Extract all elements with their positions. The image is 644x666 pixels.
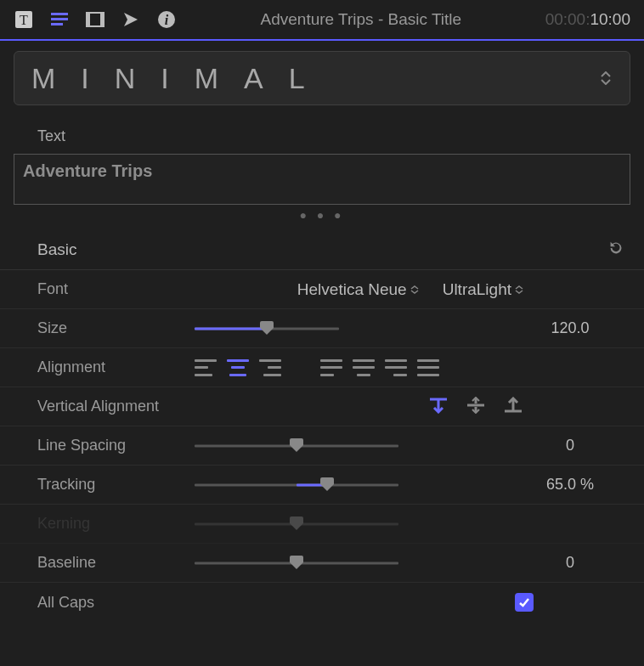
tracking-label: Tracking: [37, 476, 195, 494]
font-label: Font: [37, 280, 195, 298]
align-left-icon[interactable]: [195, 359, 217, 376]
alignment-row: Alignment: [0, 348, 644, 387]
all-caps-label: All Caps: [37, 594, 195, 612]
valign-bottom-icon[interactable]: [503, 397, 523, 417]
svg-text:i: i: [165, 13, 169, 27]
svg-rect-3: [51, 18, 68, 20]
share-icon[interactable]: [121, 9, 141, 30]
font-weight-dropdown[interactable]: UltraLight: [443, 280, 523, 299]
font-row: Font Helvetica Neue UltraLight: [0, 270, 644, 309]
vertical-alignment-label: Vertical Alignment: [37, 398, 195, 415]
valign-top-icon[interactable]: [428, 397, 449, 417]
chevron-updown-icon: [410, 285, 419, 294]
paragraph-icon[interactable]: [49, 9, 70, 30]
video-icon[interactable]: [85, 9, 105, 30]
alignment-label: Alignment: [37, 358, 195, 376]
chevron-updown-icon: [599, 70, 613, 87]
line-spacing-value[interactable]: 0: [515, 437, 625, 454]
valign-middle-icon[interactable]: [466, 397, 486, 417]
all-caps-row: All Caps: [0, 583, 644, 622]
size-value[interactable]: 120.0: [515, 319, 625, 337]
all-caps-checkbox[interactable]: [515, 593, 534, 612]
info-icon[interactable]: i: [156, 9, 177, 30]
size-label: Size: [37, 319, 195, 337]
baseline-value[interactable]: 0: [515, 554, 625, 572]
svg-rect-4: [51, 23, 63, 25]
baseline-label: Baseline: [37, 554, 195, 572]
line-spacing-row: Line Spacing 0: [0, 426, 644, 466]
text-section-label: Text: [0, 110, 644, 154]
svg-text:T: T: [20, 13, 28, 27]
svg-rect-6: [87, 13, 90, 26]
basic-header-label: Basic: [37, 240, 607, 259]
inspector-title: Adventure Trips - Basic Title: [192, 10, 530, 29]
align-right-icon[interactable]: [259, 359, 281, 376]
svg-rect-2: [51, 13, 68, 15]
font-family-value: Helvetica Neue: [297, 280, 407, 299]
size-row: Size 120.0: [0, 309, 644, 348]
vertical-alignment-row: Vertical Alignment: [0, 387, 644, 426]
line-spacing-slider[interactable]: [195, 438, 398, 454]
tracking-row: Tracking 65.0 %: [0, 466, 644, 505]
title-text-input[interactable]: Adventure Trips: [14, 154, 630, 205]
kerning-slider: [195, 516, 398, 532]
style-name: MINIMAL: [31, 62, 599, 95]
size-slider[interactable]: [195, 321, 339, 336]
text-style-picker[interactable]: MINIMAL: [14, 51, 630, 105]
timecode: 00:00:10:00: [545, 10, 630, 29]
justify-center-icon[interactable]: [353, 359, 375, 376]
font-weight-value: UltraLight: [443, 280, 511, 299]
timecode-bright: 10:00: [590, 10, 630, 28]
timecode-dim: 00:00:: [545, 10, 590, 28]
baseline-row: Baseline 0: [0, 544, 644, 583]
line-spacing-label: Line Spacing: [37, 437, 195, 454]
resize-dots-icon[interactable]: ● ● ●: [0, 208, 644, 222]
kerning-row: Kerning: [0, 505, 644, 544]
font-family-dropdown[interactable]: Helvetica Neue: [297, 280, 419, 299]
tracking-value[interactable]: 65.0 %: [515, 476, 625, 494]
align-center-icon[interactable]: [227, 359, 249, 376]
justify-right-icon[interactable]: [385, 359, 407, 376]
svg-marker-10: [124, 13, 138, 26]
basic-section-header: Basic: [0, 230, 644, 270]
tracking-slider[interactable]: [195, 477, 398, 493]
baseline-slider[interactable]: [195, 556, 398, 571]
text-icon[interactable]: T: [14, 9, 34, 30]
reset-icon[interactable]: [607, 239, 625, 261]
justify-left-icon[interactable]: [320, 359, 342, 376]
justify-full-icon[interactable]: [417, 359, 439, 376]
kerning-label: Kerning: [37, 515, 195, 533]
svg-rect-7: [100, 13, 104, 26]
chevron-updown-icon: [515, 285, 523, 294]
inspector-toolbar: T i Adventure Trips - Basic Title 00:00:…: [0, 0, 644, 41]
